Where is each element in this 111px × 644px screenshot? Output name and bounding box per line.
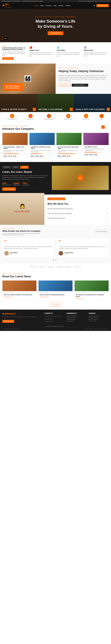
why-expand-1[interactable]: + <box>107 212 108 214</box>
cause-volunteer-arrow[interactable]: → <box>70 108 73 111</box>
mission-stat-lbl-2: VOLUNTEERS <box>22 184 29 186</box>
campaign-title-3: Life Skills for Teens <box>85 146 107 148</box>
avatar-0 <box>4 251 9 256</box>
why-title: Why We Need You <box>47 202 108 205</box>
campaign-desc-3: Simply amazing, and yet together togethe… <box>85 148 107 152</box>
testimonials-dots <box>2 259 109 261</box>
campaign-progress-2 <box>58 154 81 154</box>
feature-connect: Connects Nonprofits, Donors, & Companies… <box>2 46 27 60</box>
news-date-1: AUGUST 25, 2024 <box>40 292 71 294</box>
cause-card-gift-title: SEND A GIFT FOR CHILDREN <box>76 108 105 110</box>
footer-link-privacy[interactable]: Privacy <box>90 328 93 330</box>
dot-0[interactable] <box>53 260 54 260</box>
mission-stat-num-0: 25% <box>2 182 11 184</box>
top-alert[interactable]: COVID-19 Big News Press Update <box>1 0 20 2</box>
campaigns-next-button[interactable]: → <box>106 125 109 129</box>
cause-card-food[interactable]: FOOD & WATER CHARITY → <box>0 94 37 112</box>
footer-about-text: Fusce ultrices, nunc cursus et, tellus q… <box>2 316 42 318</box>
footer-donor-link-2[interactable]: Nonprofit Software <box>89 319 109 320</box>
footer-grid: ❤ BIGHEART Fusce ultrices, nunc cursus e… <box>2 312 109 323</box>
mission-stats: 25% KIDS NEED HELP $150K RAISED NOW 75K+… <box>2 182 49 186</box>
footer-donate-button[interactable]: DONATE NOW <box>2 320 14 323</box>
news-tag: READ OUR LATEST NEWS <box>2 273 109 274</box>
feature-medical-title: Medical Help <box>84 50 109 51</box>
mission-tab-vision[interactable]: VISION <box>12 166 19 169</box>
cause-card-volunteer-title: BECOME A VOLUNTEER <box>38 108 63 110</box>
hero-learn-button[interactable]: LEARN MORE <box>48 31 63 35</box>
campaign-progress-1 <box>31 154 53 154</box>
nav-portfolio[interactable]: Portfolio <box>58 5 63 6</box>
campaign-image-2 <box>56 133 82 145</box>
feature-donate-button[interactable]: DONATE NOW <box>2 57 13 60</box>
footer-link-refund[interactable]: Refund Policy <box>95 328 101 330</box>
footer-link-terms[interactable]: Terms of Use <box>103 328 109 330</box>
icon-foot[interactable]: 🤝 CHILDREN FOOT <box>64 114 73 120</box>
why-item-2: We help companies give well + <box>47 216 108 220</box>
nav-donations[interactable]: Donations <box>46 5 52 6</box>
icon-inspire-label: Inspire & Love <box>27 118 34 120</box>
dot-1[interactable] <box>55 260 56 260</box>
mission-donate-button[interactable]: DONATE NOW <box>2 188 16 191</box>
mission-title: Listen, Act, Learn. Repeat <box>2 170 49 174</box>
feature-food-title: Healthy Food <box>29 50 54 51</box>
about-volunteer-button[interactable]: OUR VOLUNTEERS → <box>72 84 88 86</box>
search-icon[interactable]: 🔍 <box>94 5 95 6</box>
mission-stat-lbl-0: KIDS NEED HELP <box>2 184 11 186</box>
footer-np-link-1[interactable]: Nonprofit Discounts <box>67 317 87 318</box>
partner-0: Partner 1 <box>30 266 37 268</box>
icon-inspire[interactable]: 💕 Inspire & Love <box>27 114 34 120</box>
campaigns-prev-button[interactable]: ← <box>101 125 105 129</box>
play-button[interactable]: ▶ <box>77 175 83 181</box>
cause-food-arrow[interactable]: → <box>33 108 36 111</box>
footer-donor-link-0[interactable]: Nonprofit Credit Cards <box>89 316 109 316</box>
icon-hand[interactable]: 🤲 Giving a Hand <box>83 114 89 120</box>
nav-blog[interactable]: Blog <box>54 5 56 6</box>
testimonials-title: What People Say About Our Company <box>2 230 40 232</box>
all-news-button[interactable]: ALL NEWS <box>50 303 61 306</box>
footer-donor-link-1[interactable]: Nonprofit Discounts <box>89 317 109 318</box>
why-expand-0[interactable]: + <box>107 208 108 210</box>
feature-water-desc: We help nonprofits across the feeding, l… <box>57 52 82 57</box>
mission-tab-values[interactable]: VALUES <box>20 166 28 169</box>
feature-medical-desc: We help nonprofits across the feeding, l… <box>84 52 109 57</box>
campaign-card-1: Lifeskills for Children in South Africa … <box>29 133 55 158</box>
nav-home[interactable]: Home <box>35 5 38 6</box>
campaigns-section: ← → WE HELP AROUND THE WORLD Introduce O… <box>0 122 111 162</box>
icon-children[interactable]: 👶 CHILDREN RIGHTS <box>7 114 17 120</box>
top-link[interactable]: Calling All Cause Champions To Apply <box>22 0 43 2</box>
testimonials-subtitle: We continually appreciate. We list quick… <box>2 233 40 236</box>
news-author-1: BY DEVELOPER <box>40 296 71 298</box>
about-learn-button[interactable]: LEARN MORE <box>59 84 71 87</box>
news-title-0: Take Your Online Donation to the Next Le… <box>4 294 35 296</box>
footer-np-link-0[interactable]: Nonprofit Credit Cards <box>67 316 87 316</box>
testimonials-section: TESTIMONIALS What People Say About Our C… <box>0 225 111 264</box>
nav-pages[interactable]: Pages <box>40 5 44 6</box>
cause-gift-arrow[interactable]: → <box>107 108 110 111</box>
footer-donor-link-3[interactable]: Find a Nonprofit <box>89 320 109 322</box>
why-expand-2[interactable]: + <box>107 217 108 219</box>
footer-np-link-3[interactable]: Find a Nonprofit <box>67 320 87 322</box>
footer-link-home[interactable]: Home <box>85 328 88 330</box>
footer-np-link-2[interactable]: Nonprofit Software <box>67 319 87 320</box>
dot-2[interactable] <box>57 260 58 260</box>
news-card-2: AUGUST 25, 2024 We Asked, You Answered: … <box>74 280 109 301</box>
campaign-card-3: Life Skills for Teens Simply amazing, an… <box>83 133 109 158</box>
campaigns-nav: ← → <box>101 125 109 129</box>
nav-right: 🔍 DONATE NOW <box>94 4 109 7</box>
news-section: READ OUR LATEST NEWS Read Our Latest New… <box>0 270 111 310</box>
nav-contacts[interactable]: Contacts <box>65 5 70 6</box>
cause-card-gift[interactable]: SEND A GIFT FOR CHILDREN → <box>74 94 111 112</box>
news-date-2: AUGUST 25, 2024 <box>76 292 107 294</box>
medify-icon: ⚕️ <box>100 114 104 118</box>
mission-tab-mission[interactable]: MISSION <box>2 166 11 169</box>
donate-nav-button[interactable]: DONATE NOW <box>97 4 109 7</box>
icon-animals[interactable]: 🐾 SAVE THE ANIMALS <box>44 114 54 120</box>
cause-card-volunteer[interactable]: BECOME A VOLUNTEER → <box>37 94 74 112</box>
icon-children-label: CHILDREN RIGHTS <box>7 118 17 120</box>
campaign-image-1 <box>29 133 55 145</box>
volunteer-label: VOLUNTEER <box>14 210 30 213</box>
author-title-0: Donor <box>10 254 17 254</box>
all-testimonials-button[interactable]: ALL TESTIMONIALS <box>94 230 109 233</box>
navbar-logo[interactable]: ❤ BIG HEART <box>2 3 12 8</box>
icon-medify[interactable]: ⚕️ MEDIFY <box>100 114 104 120</box>
